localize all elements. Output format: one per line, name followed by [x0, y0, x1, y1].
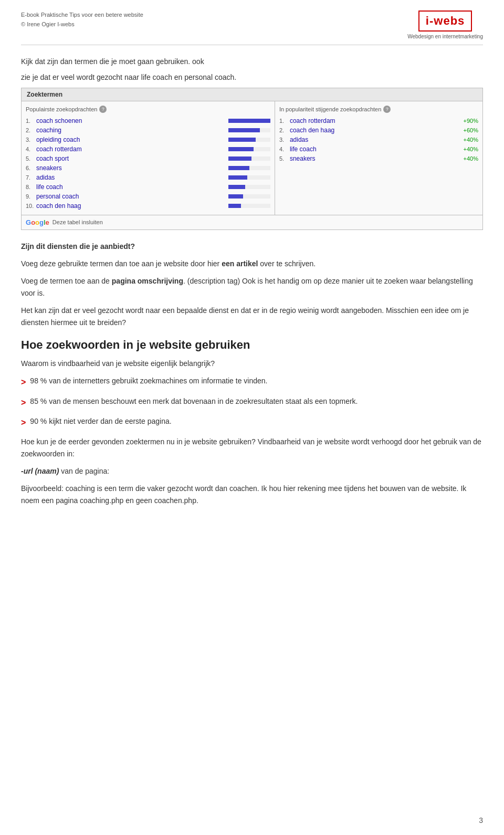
zt-left-row: 1. coach schoenen: [26, 116, 270, 126]
section1-p3: Het kan zijn dat er veel gezocht wordt n…: [21, 305, 483, 329]
zt-bar-container: [228, 156, 270, 161]
zt-left-row: 6. sneakers: [26, 163, 270, 173]
section2-intro: Waarom is vindbaarheid van je website ei…: [21, 358, 483, 370]
zt-num: 5.: [279, 155, 290, 162]
zt-term: personal coach: [36, 193, 225, 200]
logo-i: i: [426, 14, 429, 27]
logo-tagline: Webdesign en internetmarketing: [407, 34, 483, 39]
zt-num: 6.: [26, 165, 36, 171]
zoektermen-box: Zoektermen Populairste zoekopdrachten ? …: [21, 88, 483, 230]
bullet-item: > 90 % kijkt niet verder dan de eerste p…: [21, 415, 483, 430]
zt-bar: [228, 175, 247, 180]
bullet-arrow: >: [21, 396, 26, 410]
zt-term: coach den haag: [36, 202, 225, 210]
zoektermen-content: Populairste zoekopdrachten ? 1. coach sc…: [22, 101, 482, 215]
logo-area: i-webs Webdesign en internetmarketing: [407, 11, 483, 39]
zt-pct: +40%: [459, 146, 478, 152]
zt-bar: [228, 194, 243, 199]
zt-pct: +40%: [459, 155, 478, 162]
page-header: E-book Praktische Tips voor een betere w…: [21, 11, 483, 45]
zt-right-col: In populariteit stijgende zoekopdrachten…: [275, 101, 482, 215]
intro-line2: zie je dat er veel wordt gezocht naar li…: [21, 71, 483, 83]
zt-right-row: 2. coach den haag +60%: [279, 126, 478, 135]
zt-num: 9.: [26, 193, 36, 200]
logo: i-webs: [418, 11, 472, 32]
zt-term: opleiding coach: [36, 136, 225, 143]
zt-num: 3.: [279, 137, 290, 143]
zt-right-row: 1. coach rotterdam +90%: [279, 116, 478, 126]
zt-bar: [228, 204, 241, 208]
info-icon-left: ?: [99, 106, 107, 113]
zt-bar-container: [228, 119, 270, 123]
section2-p1: Hoe kun je de eerder gevonden zoektermen…: [21, 436, 483, 460]
zt-pct: +60%: [459, 127, 478, 133]
zt-right-rows: 1. coach rotterdam +90% 2. coach den haa…: [279, 116, 478, 163]
zt-right-row: 4. life coach +40%: [279, 144, 478, 154]
google-footer: Google Deze tabel insluiten: [22, 215, 482, 229]
zt-left-row: 4. coach rotterdam: [26, 144, 270, 154]
zt-bar-container: [228, 204, 270, 208]
zt-term: coach den haag: [290, 127, 455, 134]
header-text: E-book Praktische Tips voor een betere w…: [21, 11, 143, 29]
zt-num: 4.: [26, 146, 36, 152]
google-logo: Google: [26, 218, 49, 226]
section1-p1: Voeg deze gebruikte termen dan toe aan j…: [21, 258, 483, 270]
intro-line1: Kijk dat zijn dan termen die je moet gaa…: [21, 56, 483, 67]
zt-term: coaching: [36, 127, 225, 134]
section2-url-example: Bijvoorbeeld: coaching is een term die v…: [21, 483, 483, 507]
google-embed-label: Deze tabel insluiten: [52, 219, 103, 225]
bullet-arrow: >: [21, 375, 26, 389]
zt-num: 3.: [26, 137, 36, 143]
zt-left-col-title: Populairste zoekopdrachten ?: [26, 106, 270, 113]
zt-bar: [228, 128, 260, 132]
section2-title: Hoe zoekwoorden in je website gebruiken: [21, 337, 483, 353]
zt-left-row: 9. personal coach: [26, 192, 270, 201]
zt-left-row: 10. coach den haag: [26, 201, 270, 211]
zt-term: life coach: [36, 183, 225, 191]
section1-p2: Voeg de termen toe aan de pagina omschri…: [21, 275, 483, 299]
section2-url: -url (naam) van de pagina:: [21, 465, 483, 477]
zt-left-row: 2. coaching: [26, 126, 270, 135]
zoektermen-title: Zoektermen: [22, 88, 482, 101]
zt-pct: +90%: [459, 118, 478, 124]
zt-term: adidas: [36, 174, 225, 181]
zt-term: coach schoenen: [36, 117, 225, 124]
zt-bar: [228, 138, 256, 142]
bullet-text: 85 % van de mensen beschouwt een merk da…: [30, 395, 358, 407]
bullet-item: > 85 % van de mensen beschouwt een merk …: [21, 395, 483, 410]
zt-num: 2.: [26, 127, 36, 133]
logo-webs: webs: [434, 14, 465, 27]
zt-bar-container: [228, 138, 270, 142]
zt-num: 1.: [279, 118, 290, 124]
zt-num: 7.: [26, 174, 36, 181]
zt-bar-container: [228, 194, 270, 199]
zt-num: 1.: [26, 118, 36, 124]
zt-term: sneakers: [36, 164, 225, 172]
zt-bar: [228, 119, 270, 123]
bullet-text: 98 % van de internetters gebruikt zoekma…: [30, 375, 267, 387]
zt-left-row: 5. coach sport: [26, 154, 270, 163]
zt-term: coach sport: [36, 155, 225, 162]
zt-bar-container: [228, 185, 270, 189]
zt-num: 10.: [26, 203, 36, 209]
zt-num: 4.: [279, 146, 290, 152]
bullet-arrow: >: [21, 416, 26, 430]
zt-bar: [228, 185, 245, 189]
zt-bar-container: [228, 147, 270, 151]
zt-left-row: 7. adidas: [26, 173, 270, 182]
section1-question: Zijn dit diensten die je aanbiedt?: [21, 241, 483, 253]
zt-left-row: 8. life coach: [26, 182, 270, 192]
zt-pct: +40%: [459, 137, 478, 143]
zt-term: coach rotterdam: [290, 117, 455, 124]
zt-right-row: 5. sneakers +40%: [279, 154, 478, 163]
bullet-item: > 98 % van de internetters gebruikt zoek…: [21, 375, 483, 389]
zt-bar-container: [228, 166, 270, 170]
zt-bar: [228, 166, 249, 170]
page-number: 3: [479, 816, 483, 824]
zt-bar-container: [228, 128, 270, 132]
zt-bar-container: [228, 175, 270, 180]
bullet-text: 90 % kijkt niet verder dan de eerste pag…: [30, 415, 171, 427]
zt-num: 2.: [279, 127, 290, 133]
zt-num: 8.: [26, 184, 36, 190]
zt-bar: [228, 147, 254, 151]
